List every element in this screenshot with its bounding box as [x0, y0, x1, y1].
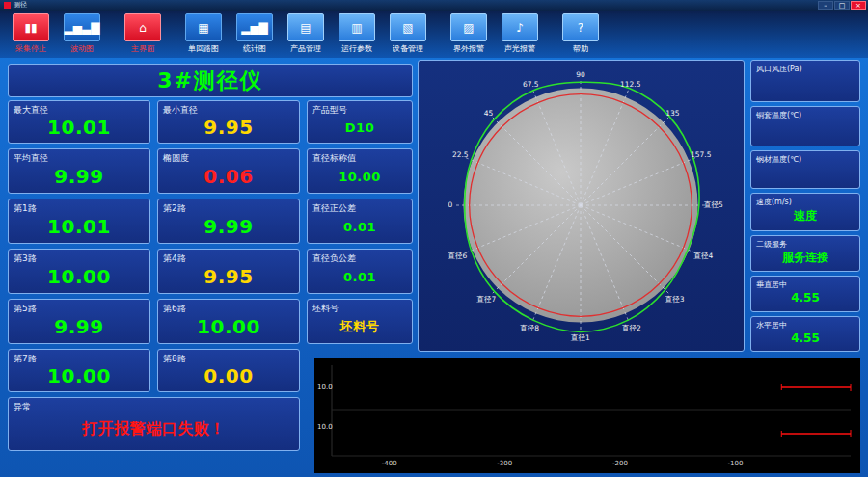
- toolbar-button-label: 产品管理: [290, 43, 321, 54]
- status-vertical-center: 垂直居中 4.55: [750, 276, 860, 312]
- statistics-chart-icon: ▂▅▇: [236, 13, 273, 41]
- status-steel-temp: 钢材温度(℃): [750, 150, 860, 189]
- cell-nominal-diameter-value: 10.00: [310, 162, 410, 191]
- product-management-icon: ▤: [287, 13, 324, 41]
- toolbar-button-stop-collection[interactable]: ▮▮采集停止: [10, 13, 52, 54]
- cell-nominal-diameter: 直径标称值 10.00: [307, 148, 413, 194]
- toolbar-button-wave-chart[interactable]: ▂▅▃▇波动图: [61, 13, 103, 54]
- cell-channel-8-value: 0.00: [160, 362, 297, 389]
- minimize-button[interactable]: –: [818, 1, 833, 10]
- status-server: 二级服务 服务连接: [750, 235, 860, 272]
- cell-tolerance-minus-value: 0.01: [310, 262, 410, 291]
- svg-text:直径4: 直径4: [693, 252, 714, 260]
- cell-min-diameter: 最小直径 9.95: [157, 100, 300, 144]
- svg-text:10.0: 10.0: [317, 423, 333, 431]
- cell-min-diameter-value: 9.95: [160, 114, 297, 141]
- svg-text:-300: -300: [497, 460, 512, 467]
- cell-channel-5-value: 9.99: [11, 312, 148, 341]
- toolbar-button-main-screen[interactable]: ⌂主界面: [122, 13, 164, 54]
- titlebar: 测径 – □ ×: [0, 0, 868, 11]
- cell-channel-4: 第4路 9.95: [157, 249, 300, 294]
- cell-channel-3-value: 10.00: [11, 262, 148, 291]
- cell-ovality: 椭圆度 0.06: [157, 148, 300, 194]
- toolbar-button-label: 采集停止: [15, 43, 46, 54]
- cell-abnormal-value: 打开报警端口失败！: [11, 411, 297, 448]
- trend-svg: 10.010.0-400-300-200-100: [314, 358, 860, 473]
- cell-max-diameter: 最大直径 10.01: [8, 100, 150, 144]
- run-parameters-icon: ▥: [339, 13, 375, 41]
- svg-text:45: 45: [484, 109, 494, 118]
- status-horizontal-center-value: 4.55: [753, 327, 857, 349]
- cell-tolerance-plus: 直径正公差 0.01: [307, 199, 413, 244]
- cell-channel-1: 第1路 10.01: [8, 199, 150, 244]
- cell-channel-3: 第3路 10.00: [8, 249, 150, 294]
- toolbar-button-product-management[interactable]: ▤产品管理: [285, 13, 327, 54]
- app-icon: [4, 2, 11, 9]
- svg-text:90: 90: [576, 70, 585, 79]
- toolbar-button-label: 界外报警: [453, 43, 484, 54]
- svg-text:112.5: 112.5: [620, 80, 641, 89]
- wave-chart-icon: ▂▅▃▇: [64, 13, 100, 41]
- svg-text:直径5: 直径5: [703, 200, 723, 209]
- main-screen-icon: ⌂: [124, 13, 161, 41]
- cell-channel-2: 第2路 9.99: [157, 199, 300, 244]
- toolbar-button-run-parameters[interactable]: ▥运行参数: [336, 13, 378, 54]
- status-vertical-center-value: 4.55: [753, 286, 857, 309]
- cell-ovality-value: 0.06: [160, 162, 297, 191]
- app-window: 测径 – □ × ▮▮采集停止▂▅▃▇波动图⌂主界面▦单回路图▂▅▇统计图▤产品…: [0, 0, 868, 477]
- toolbar-button-help[interactable]: ?帮助: [559, 13, 602, 54]
- svg-text:-200: -200: [612, 460, 628, 467]
- sound-light-alarm-icon: ♪: [502, 13, 538, 41]
- toolbar-button-device-management[interactable]: ▧设备管理: [387, 13, 429, 54]
- cell-channel-6: 第6路 10.00: [157, 299, 300, 344]
- cell-channel-1-value: 10.01: [11, 212, 148, 241]
- toolbar-button-label: 声光报警: [504, 43, 535, 54]
- cell-avg-diameter-value: 9.99: [11, 162, 148, 191]
- status-speed-value: 速度: [753, 203, 857, 228]
- svg-text:直径7: 直径7: [476, 295, 497, 304]
- trend-chart: 10.010.0-400-300-200-100: [314, 358, 860, 473]
- cell-tolerance-minus: 直径负公差 0.01: [307, 249, 413, 294]
- cell-billet-number-value: 坯料号: [310, 312, 410, 341]
- cell-max-diameter-value: 10.01: [11, 114, 148, 141]
- polar-svg: 022.54567.590112.5135157.5直径5直径4直径3直径2直径…: [419, 61, 744, 349]
- toolbar-button-out-of-tolerance-alarm[interactable]: ▨界外报警: [448, 13, 490, 54]
- status-wind-pressure-value: [753, 70, 857, 99]
- toolbar: ▮▮采集停止▂▅▃▇波动图⌂主界面▦单回路图▂▅▇统计图▤产品管理▥运行参数▧设…: [0, 11, 868, 58]
- svg-text:直径2: 直径2: [621, 324, 641, 332]
- gauge-title: 3#测径仪: [9, 65, 412, 96]
- help-icon: ?: [562, 13, 599, 41]
- svg-text:直径3: 直径3: [665, 295, 685, 304]
- toolbar-button-label: 统计图: [243, 43, 266, 54]
- gauge-title-box: 3#测径仪: [8, 64, 413, 97]
- toolbar-button-statistics-chart[interactable]: ▂▅▇统计图: [233, 13, 276, 54]
- cell-abnormal: 异常 打开报警端口失败！: [8, 397, 300, 451]
- profile-polar-chart: 022.54567.590112.5135157.5直径5直径4直径3直径2直径…: [418, 60, 745, 352]
- status-sleeve-temp: 铜套温度(℃): [750, 106, 860, 146]
- cell-channel-4-value: 9.95: [160, 262, 297, 291]
- cell-channel-7-value: 10.00: [11, 362, 148, 389]
- svg-text:0: 0: [448, 200, 453, 209]
- cell-product-model-value: D10: [310, 114, 410, 141]
- close-button[interactable]: ×: [851, 1, 866, 10]
- toolbar-button-single-loop-chart[interactable]: ▦单回路图: [182, 13, 225, 54]
- cell-channel-8: 第8路 0.00: [157, 349, 300, 392]
- cell-product-model: 产品型号 D10: [307, 100, 413, 144]
- toolbar-button-label: 帮助: [573, 43, 588, 54]
- window-title: 测径: [14, 0, 817, 11]
- svg-text:-400: -400: [382, 460, 397, 467]
- status-steel-temp-value: [753, 161, 857, 186]
- status-horizontal-center: 水平居中 4.55: [750, 316, 860, 352]
- status-speed: 速度(m/s) 速度: [750, 193, 860, 231]
- maximize-button[interactable]: □: [834, 1, 850, 10]
- svg-text:直径8: 直径8: [519, 324, 539, 332]
- svg-text:10.0: 10.0: [317, 384, 333, 391]
- cell-billet-number: 坯料号 坯料号: [307, 299, 413, 344]
- svg-text:22.5: 22.5: [452, 150, 469, 159]
- toolbar-button-label: 主界面: [131, 43, 154, 54]
- toolbar-button-sound-light-alarm[interactable]: ♪声光报警: [499, 13, 541, 54]
- toolbar-button-label: 运行参数: [341, 43, 372, 54]
- svg-text:67.5: 67.5: [523, 80, 539, 89]
- status-server-value: 服务连接: [753, 246, 857, 269]
- toolbar-button-label: 单回路图: [188, 43, 219, 54]
